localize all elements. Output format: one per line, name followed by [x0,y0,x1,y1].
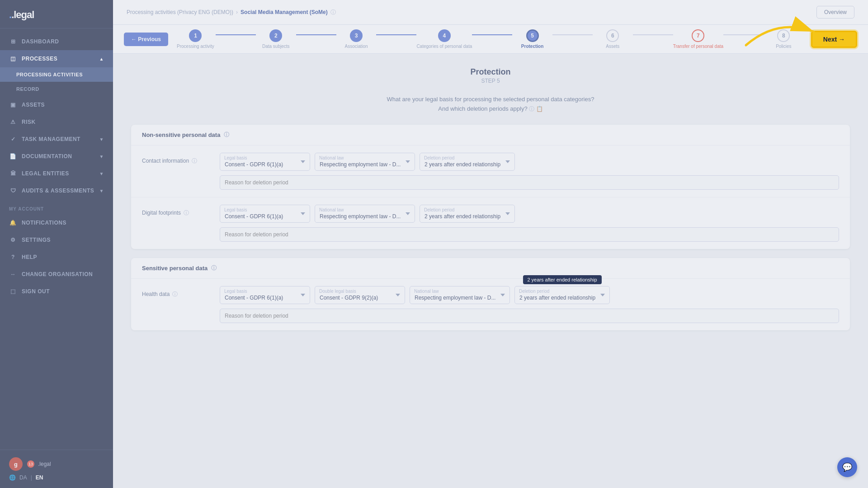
connector-1-2 [216,34,256,35]
step-7[interactable]: 7 Transfer of personal data [673,29,723,49]
step-label-3: Association [344,44,368,49]
step-8[interactable]: 8 Policies [764,29,804,49]
info-icon-question[interactable]: ⓘ [529,106,536,112]
digital-deletion-select[interactable]: 2 years after ended relationship [420,205,515,223]
main-content: Processing activities (Privacy ENG (DEMO… [113,0,868,488]
step-6[interactable]: 6 Assets [593,29,633,49]
step-2[interactable]: 2 Data subjects [256,29,296,49]
info-icon-non-sensitive[interactable]: ⓘ [224,131,229,139]
lang-da[interactable]: DA [19,474,27,481]
file-icon: 📄 [9,152,17,160]
step-circle-8: 8 [777,29,790,42]
chevron-down-icon4: ▼ [99,188,104,193]
account-section-label: MY ACCOUNT [0,199,113,214]
health-national-law-select[interactable]: Respecting employment law - D... [410,286,510,304]
health-data-fields: Legal basis Consent - GDPR 6(1)(a) Doubl… [220,286,839,323]
breadcrumb-separator: › [236,9,238,15]
health-deletion-select[interactable]: 2 years after ended relationship [514,286,610,304]
bell-icon: 🔔 [9,219,17,227]
sidebar-item-record[interactable]: RECORD [0,82,113,96]
digital-national-law-select[interactable]: Respecting employment law - D... [315,205,415,223]
health-double-legal-select[interactable]: Consent - GDPR 9(2)(a) [315,286,405,304]
connector-5-6 [552,34,593,35]
sidebar-item-assets[interactable]: ▣ ASSETS [0,96,113,113]
page-step: STEP 5 [131,78,850,84]
lang-en[interactable]: EN [36,474,43,481]
step-circle-5: 5 [526,29,539,42]
health-data-fields-top: Legal basis Consent - GDPR 6(1)(a) Doubl… [220,286,839,304]
health-reason-input[interactable] [220,309,839,323]
digital-footprints-fields: Legal basis Consent - GDPR 6(1)(a) Natio… [220,205,839,242]
digital-legal-basis-select[interactable]: Consent - GDPR 6(1)(a) [220,205,310,223]
contact-legal-basis-group: Legal basis Consent - GDPR 6(1)(a) [220,153,310,171]
health-legal-basis-select[interactable]: Consent - GDPR 6(1)(a) [220,286,310,304]
breadcrumb-current: Social Media Management (SoMe) [241,9,328,15]
sidebar-nav: ⊞ DASHBOARD ◫ PROCESSES ▲ PROCESSING ACT… [0,28,113,450]
step-4[interactable]: 4 Categories of personal data [416,29,472,49]
step-label-1: Processing activity [177,44,214,49]
sidebar: ..legal ⊞ DASHBOARD ◫ PROCESSES ▲ PROCES… [0,0,113,488]
avatar: g [9,457,23,471]
contact-info-row: Contact information ⓘ Legal basis Consen… [131,145,850,197]
connector-3-4 [376,34,416,35]
alert-icon: ⚠ [9,118,17,126]
connector-4-5 [472,34,512,35]
contact-national-law-select[interactable]: Respecting employment law - D... [315,153,415,171]
info-icon-breadcrumb[interactable]: ⓘ [330,9,336,16]
sidebar-item-audits[interactable]: 🛡 AUDITS & ASSESSMENTS ▼ [0,182,113,199]
sidebar-item-change-org[interactable]: ↔ CHANGE ORGANISATION [0,266,113,283]
contact-deletion-select[interactable]: 2 years after ended relationship [420,153,515,171]
logo: ..legal [0,0,113,28]
step-3[interactable]: 3 Association [336,29,377,49]
sidebar-item-processes[interactable]: ◫ PROCESSES ▲ [0,50,113,67]
non-sensitive-header: Non-sensitive personal data ⓘ [131,125,850,145]
shield-icon: 🛡 [9,187,17,195]
check-icon: ✓ [9,135,17,143]
health-national-law-group: National law Respecting employment law -… [410,286,510,304]
contact-info-fields: Legal basis Consent - GDPR 6(1)(a) Natio… [220,153,839,190]
next-button[interactable]: Next → [811,31,857,48]
contact-reason-input[interactable] [220,175,839,190]
step-1[interactable]: 1 Processing activity [175,29,216,49]
page-title: Protection [131,67,850,77]
digital-footprints-fields-top: Legal basis Consent - GDPR 6(1)(a) Natio… [220,205,839,223]
info-icon-digital[interactable]: ⓘ [184,209,189,217]
sidebar-item-settings[interactable]: ⚙ SETTINGS [0,231,113,249]
step-circle-6: 6 [606,29,619,42]
overview-button[interactable]: Overview [816,6,854,19]
chevron-up-icon: ▲ [99,56,104,61]
step-circle-7: 7 [692,29,704,42]
sidebar-item-help[interactable]: ? HELP [0,249,113,266]
contact-national-law-group: National law Respecting employment law -… [315,153,415,171]
digital-footprints-row: Digital footprints ⓘ Legal basis Consent… [131,197,850,249]
info-icon-contact[interactable]: ⓘ [192,157,197,165]
chat-bubble[interactable]: 💬 [837,457,857,477]
step-label-6: Assets [606,44,619,49]
steps-container: 1 Processing activity 2 Data subjects 3 … [175,29,804,49]
info-icon-health[interactable]: ⓘ [172,291,178,298]
chevron-down-icon: ▼ [99,137,104,142]
sidebar-item-legal-entities[interactable]: 🏛 LEGAL ENTITIES ▼ [0,165,113,182]
health-legal-basis-group: Legal basis Consent - GDPR 6(1)(a) [220,286,310,304]
sidebar-item-notifications[interactable]: 🔔 NOTIFICATIONS [0,214,113,231]
info-icon-sensitive[interactable]: ⓘ [211,264,217,272]
doc-icon-question[interactable]: 📋 [536,106,543,112]
step-label-4: Categories of personal data [416,44,472,49]
previous-button[interactable]: ← Previous [124,33,168,46]
sidebar-item-dashboard[interactable]: ⊞ DASHBOARD [0,33,113,50]
exit-icon: ⬚ [9,287,17,296]
sidebar-item-sign-out[interactable]: ⬚ SIGN OUT [0,283,113,300]
step-circle-1: 1 [189,29,202,42]
sensitive-header: Sensitive personal data ⓘ [131,258,850,279]
sidebar-item-risk[interactable]: ⚠ RISK [0,113,113,131]
sidebar-item-documentation[interactable]: 📄 DOCUMENTATION ▼ [0,148,113,165]
breadcrumb-parent[interactable]: Processing activities (Privacy ENG (DEMO… [127,9,233,15]
contact-legal-basis-select[interactable]: Consent - GDPR 6(1)(a) [220,153,310,171]
health-double-legal-group: Double legal basis Consent - GDPR 9(2)(a… [315,286,405,304]
sidebar-item-task-management[interactable]: ✓ TASK MANAGEMENT ▼ [0,131,113,148]
health-data-label: Health data ⓘ [142,286,214,298]
logo-text: ..legal [9,9,34,21]
sidebar-item-processing-activities[interactable]: PROCESSING ACTIVITIES [0,67,113,82]
step-5[interactable]: 5 Protection [512,29,552,49]
digital-reason-input[interactable] [220,227,839,242]
